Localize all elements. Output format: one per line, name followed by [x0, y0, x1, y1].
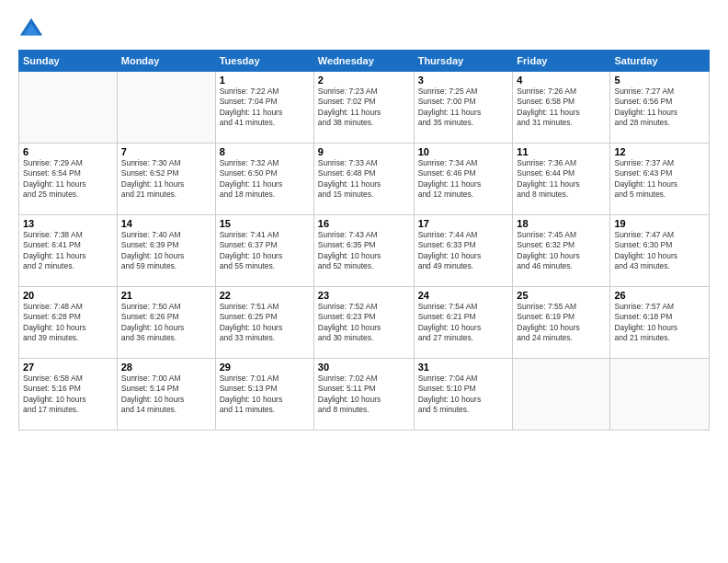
calendar-cell: 29Sunrise: 7:01 AM Sunset: 5:13 PM Dayli…	[215, 359, 313, 431]
day-number: 4	[517, 75, 606, 86]
calendar-cell: 27Sunrise: 6:58 AM Sunset: 5:16 PM Dayli…	[19, 359, 118, 431]
day-number: 18	[517, 218, 606, 229]
calendar-cell: 16Sunrise: 7:43 AM Sunset: 6:35 PM Dayli…	[313, 215, 414, 287]
day-number: 12	[614, 146, 705, 157]
day-number: 2	[318, 75, 410, 86]
calendar-cell	[513, 359, 610, 431]
day-number: 8	[220, 146, 310, 157]
calendar-table: SundayMondayTuesdayWednesdayThursdayFrid…	[18, 50, 710, 431]
logo	[18, 17, 48, 42]
calendar-cell: 8Sunrise: 7:32 AM Sunset: 6:50 PM Daylig…	[215, 144, 313, 215]
day-number: 10	[418, 146, 509, 157]
day-number: 19	[614, 218, 705, 229]
calendar-cell: 1Sunrise: 7:22 AM Sunset: 7:04 PM Daylig…	[215, 72, 313, 144]
day-info: Sunrise: 7:38 AM Sunset: 6:41 PM Dayligh…	[23, 230, 113, 272]
day-info: Sunrise: 7:50 AM Sunset: 6:26 PM Dayligh…	[121, 302, 211, 344]
day-number: 23	[318, 290, 410, 301]
calendar-cell	[610, 359, 710, 431]
calendar-week-5: 27Sunrise: 6:58 AM Sunset: 5:16 PM Dayli…	[19, 359, 710, 431]
col-header-sunday: Sunday	[19, 51, 118, 72]
day-number: 30	[318, 362, 410, 373]
calendar-cell: 14Sunrise: 7:40 AM Sunset: 6:39 PM Dayli…	[117, 215, 215, 287]
calendar-cell: 10Sunrise: 7:34 AM Sunset: 6:46 PM Dayli…	[414, 144, 513, 215]
day-info: Sunrise: 7:51 AM Sunset: 6:25 PM Dayligh…	[220, 302, 310, 344]
calendar-cell: 30Sunrise: 7:02 AM Sunset: 5:11 PM Dayli…	[313, 359, 414, 431]
day-info: Sunrise: 7:02 AM Sunset: 5:11 PM Dayligh…	[318, 373, 410, 416]
calendar-cell: 22Sunrise: 7:51 AM Sunset: 6:25 PM Dayli…	[215, 287, 313, 359]
calendar-cell: 19Sunrise: 7:47 AM Sunset: 6:30 PM Dayli…	[610, 215, 710, 287]
calendar-cell: 5Sunrise: 7:27 AM Sunset: 6:56 PM Daylig…	[610, 72, 710, 144]
day-info: Sunrise: 7:41 AM Sunset: 6:37 PM Dayligh…	[220, 230, 310, 272]
day-info: Sunrise: 7:57 AM Sunset: 6:18 PM Dayligh…	[614, 302, 705, 344]
calendar-cell: 6Sunrise: 7:29 AM Sunset: 6:54 PM Daylig…	[19, 144, 118, 215]
calendar-week-4: 20Sunrise: 7:48 AM Sunset: 6:28 PM Dayli…	[19, 287, 710, 359]
day-number: 17	[418, 218, 509, 229]
calendar-cell: 4Sunrise: 7:26 AM Sunset: 6:58 PM Daylig…	[513, 72, 610, 144]
calendar-cell: 25Sunrise: 7:55 AM Sunset: 6:19 PM Dayli…	[513, 287, 610, 359]
day-info: Sunrise: 7:01 AM Sunset: 5:13 PM Dayligh…	[220, 373, 310, 416]
calendar-cell: 15Sunrise: 7:41 AM Sunset: 6:37 PM Dayli…	[215, 215, 313, 287]
calendar-cell: 24Sunrise: 7:54 AM Sunset: 6:21 PM Dayli…	[414, 287, 513, 359]
day-number: 3	[418, 75, 509, 86]
day-info: Sunrise: 7:43 AM Sunset: 6:35 PM Dayligh…	[318, 230, 410, 272]
day-number: 20	[23, 290, 113, 301]
day-number: 22	[220, 290, 310, 301]
day-info: Sunrise: 7:00 AM Sunset: 5:14 PM Dayligh…	[121, 373, 211, 416]
calendar-week-1: 1Sunrise: 7:22 AM Sunset: 7:04 PM Daylig…	[19, 72, 710, 144]
day-number: 21	[121, 290, 211, 301]
day-number: 14	[121, 218, 211, 229]
calendar-week-2: 6Sunrise: 7:29 AM Sunset: 6:54 PM Daylig…	[19, 144, 710, 215]
day-number: 31	[418, 362, 509, 373]
day-number: 1	[220, 75, 310, 86]
calendar-header-row: SundayMondayTuesdayWednesdayThursdayFrid…	[19, 51, 710, 72]
calendar-week-3: 13Sunrise: 7:38 AM Sunset: 6:41 PM Dayli…	[19, 215, 710, 287]
day-info: Sunrise: 7:30 AM Sunset: 6:52 PM Dayligh…	[121, 158, 211, 201]
day-info: Sunrise: 7:29 AM Sunset: 6:54 PM Dayligh…	[23, 158, 113, 201]
day-info: Sunrise: 7:36 AM Sunset: 6:44 PM Dayligh…	[517, 158, 606, 201]
day-number: 7	[121, 146, 211, 157]
day-info: Sunrise: 7:54 AM Sunset: 6:21 PM Dayligh…	[418, 302, 509, 344]
col-header-thursday: Thursday	[414, 51, 513, 72]
day-info: Sunrise: 7:37 AM Sunset: 6:43 PM Dayligh…	[614, 158, 705, 201]
day-info: Sunrise: 7:26 AM Sunset: 6:58 PM Dayligh…	[517, 86, 606, 129]
day-number: 16	[318, 218, 410, 229]
calendar-cell: 31Sunrise: 7:04 AM Sunset: 5:10 PM Dayli…	[414, 359, 513, 431]
day-number: 13	[23, 218, 113, 229]
day-info: Sunrise: 7:40 AM Sunset: 6:39 PM Dayligh…	[121, 230, 211, 272]
calendar-cell: 13Sunrise: 7:38 AM Sunset: 6:41 PM Dayli…	[19, 215, 118, 287]
day-number: 5	[614, 75, 705, 86]
calendar-cell: 7Sunrise: 7:30 AM Sunset: 6:52 PM Daylig…	[117, 144, 215, 215]
day-number: 29	[220, 362, 310, 373]
day-info: Sunrise: 7:47 AM Sunset: 6:30 PM Dayligh…	[614, 230, 705, 272]
calendar-cell: 20Sunrise: 7:48 AM Sunset: 6:28 PM Dayli…	[19, 287, 118, 359]
calendar-cell: 23Sunrise: 7:52 AM Sunset: 6:23 PM Dayli…	[313, 287, 414, 359]
day-info: Sunrise: 7:27 AM Sunset: 6:56 PM Dayligh…	[614, 86, 705, 129]
day-info: Sunrise: 7:45 AM Sunset: 6:32 PM Dayligh…	[517, 230, 606, 272]
day-number: 27	[23, 362, 113, 373]
calendar-cell	[19, 72, 118, 144]
day-info: Sunrise: 7:48 AM Sunset: 6:28 PM Dayligh…	[23, 302, 113, 344]
calendar-cell: 21Sunrise: 7:50 AM Sunset: 6:26 PM Dayli…	[117, 287, 215, 359]
day-info: Sunrise: 7:25 AM Sunset: 7:00 PM Dayligh…	[418, 86, 509, 129]
calendar-cell: 17Sunrise: 7:44 AM Sunset: 6:33 PM Dayli…	[414, 215, 513, 287]
day-number: 6	[23, 146, 113, 157]
day-number: 26	[614, 290, 705, 301]
day-info: Sunrise: 7:44 AM Sunset: 6:33 PM Dayligh…	[418, 230, 509, 272]
calendar-cell	[117, 72, 215, 144]
day-info: Sunrise: 7:34 AM Sunset: 6:46 PM Dayligh…	[418, 158, 509, 201]
col-header-saturday: Saturday	[610, 51, 710, 72]
day-info: Sunrise: 6:58 AM Sunset: 5:16 PM Dayligh…	[23, 373, 113, 416]
col-header-monday: Monday	[117, 51, 215, 72]
day-number: 28	[121, 362, 211, 373]
day-info: Sunrise: 7:33 AM Sunset: 6:48 PM Dayligh…	[318, 158, 410, 201]
page: SundayMondayTuesdayWednesdayThursdayFrid…	[0, 0, 728, 563]
day-number: 25	[517, 290, 606, 301]
logo-icon	[18, 17, 44, 42]
day-info: Sunrise: 7:55 AM Sunset: 6:19 PM Dayligh…	[517, 302, 606, 344]
calendar-cell: 28Sunrise: 7:00 AM Sunset: 5:14 PM Dayli…	[117, 359, 215, 431]
col-header-friday: Friday	[513, 51, 610, 72]
calendar-cell: 11Sunrise: 7:36 AM Sunset: 6:44 PM Dayli…	[513, 144, 610, 215]
day-info: Sunrise: 7:22 AM Sunset: 7:04 PM Dayligh…	[220, 86, 310, 129]
calendar-cell: 18Sunrise: 7:45 AM Sunset: 6:32 PM Dayli…	[513, 215, 610, 287]
day-number: 11	[517, 146, 606, 157]
